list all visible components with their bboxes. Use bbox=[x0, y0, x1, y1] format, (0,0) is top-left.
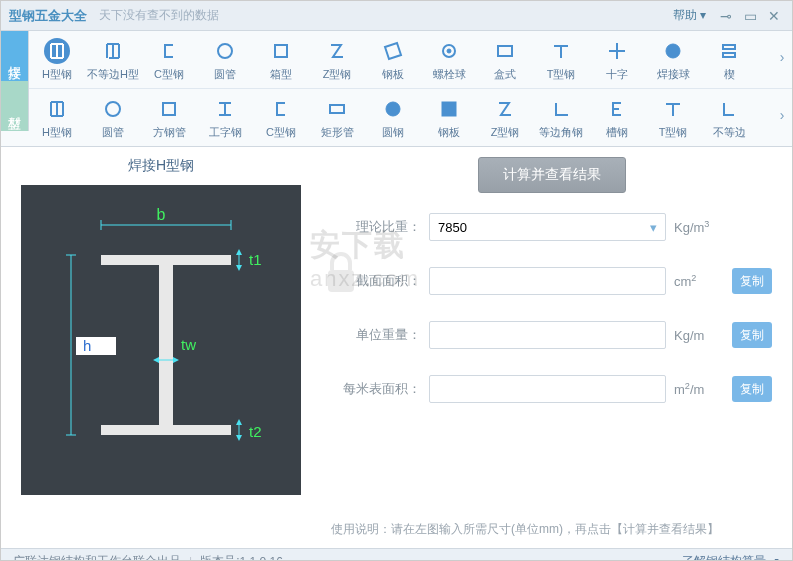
tool-hj-tshape[interactable]: T型钢 bbox=[533, 35, 589, 84]
svg-rect-5 bbox=[498, 46, 512, 56]
surf-label: 每米表面积： bbox=[331, 380, 421, 398]
svg-rect-11 bbox=[442, 102, 456, 116]
dim-t1: t1 bbox=[249, 251, 262, 268]
copy-area-button[interactable]: 复制 bbox=[732, 268, 772, 294]
tool-hj-zshape[interactable]: Z型钢 bbox=[309, 35, 365, 84]
hbeam2-icon bbox=[99, 37, 127, 65]
svg-rect-14 bbox=[159, 265, 173, 425]
diagram-pane: 焊接H型钢 b h t bbox=[21, 157, 301, 538]
calculate-button[interactable]: 计算并查看结果 bbox=[478, 157, 626, 193]
copy-surf-button[interactable]: 复制 bbox=[732, 376, 772, 402]
tool-xc-ibeam[interactable]: 工字钢 bbox=[197, 93, 253, 142]
plate-icon bbox=[379, 37, 407, 65]
tool-xc-cshape[interactable]: C型钢 bbox=[253, 93, 309, 142]
tool-xc-rect[interactable]: 矩形管 bbox=[309, 93, 365, 142]
svg-rect-2 bbox=[275, 45, 287, 57]
footer-credit: 广联达钢结构和工作台联合出品 bbox=[13, 553, 181, 561]
tool-xc-zshape[interactable]: Z型钢 bbox=[477, 93, 533, 142]
area-unit: cm2 bbox=[674, 273, 724, 289]
tool-xc-box[interactable]: 方钢管 bbox=[141, 93, 197, 142]
dim-h: h bbox=[83, 337, 91, 354]
app-subtitle: 天下没有查不到的数据 bbox=[99, 7, 219, 24]
disc-icon bbox=[379, 95, 407, 123]
tool-hj-plate[interactable]: 钢板 bbox=[365, 35, 421, 84]
side-tab-hanjie[interactable]: 焊接 bbox=[1, 31, 29, 81]
tshape-icon bbox=[659, 95, 687, 123]
svg-rect-8 bbox=[163, 103, 175, 115]
tool-xc-angle2[interactable]: 不等边 bbox=[701, 93, 757, 142]
svg-marker-23 bbox=[236, 249, 242, 255]
minimize-button[interactable]: ▭ bbox=[740, 6, 760, 26]
tool-xc-channel[interactable]: 槽钢 bbox=[589, 93, 645, 142]
tool-hj-cshape[interactable]: C型钢 bbox=[141, 35, 197, 84]
area-input[interactable] bbox=[429, 267, 666, 295]
circle-icon bbox=[211, 37, 239, 65]
cshape-icon bbox=[267, 95, 295, 123]
surf-input[interactable] bbox=[429, 375, 666, 403]
tool-xc-tshape[interactable]: T型钢 bbox=[645, 93, 701, 142]
tool-hj-box[interactable]: 箱型 bbox=[253, 35, 309, 84]
side-tab-xingcai[interactable]: 型材 bbox=[1, 81, 29, 131]
tool-xc-disc[interactable]: 圆钢 bbox=[365, 93, 421, 142]
uweight-label: 单位重量： bbox=[331, 326, 421, 344]
copy-uweight-button[interactable]: 复制 bbox=[732, 322, 772, 348]
svg-point-1 bbox=[218, 44, 232, 58]
h-beam-diagram: b h t1 t2 tw bbox=[21, 185, 301, 495]
svg-marker-30 bbox=[173, 357, 179, 363]
tool-hj-box2[interactable]: 盒式 bbox=[477, 35, 533, 84]
uweight-unit: Kg/m bbox=[674, 328, 724, 343]
angle2-icon bbox=[715, 95, 743, 123]
density-label: 理论比重： bbox=[331, 218, 421, 236]
zshape-icon bbox=[323, 37, 351, 65]
density-unit: Kg/m3 bbox=[674, 219, 724, 235]
help-button[interactable]: 帮助 ▾ bbox=[667, 5, 712, 26]
dim-tw: tw bbox=[181, 336, 196, 353]
wedge-icon bbox=[715, 37, 743, 65]
toolbar-row-2: H型钢圆管方钢管工字钢C型钢矩形管圆钢钢板Z型钢等边角钢槽钢T型钢不等边› bbox=[29, 89, 792, 146]
density-select[interactable]: 7850 ▾ bbox=[429, 213, 666, 241]
svg-rect-12 bbox=[101, 255, 231, 265]
svg-point-7 bbox=[106, 102, 120, 116]
toolbar-row-1: H型钢不等边H型C型钢圆管箱型Z型钢钢板螺栓球盒式T型钢十字焊接球楔› bbox=[29, 31, 792, 89]
area-label: 截面面积： bbox=[331, 272, 421, 290]
external-icon: ↗ bbox=[770, 555, 780, 562]
dim-t2: t2 bbox=[249, 423, 262, 440]
box2-icon bbox=[491, 37, 519, 65]
svg-point-10 bbox=[386, 102, 400, 116]
svg-marker-26 bbox=[236, 419, 242, 425]
rect-icon bbox=[323, 95, 351, 123]
svg-point-6 bbox=[666, 44, 680, 58]
box-icon bbox=[267, 37, 295, 65]
uweight-input[interactable] bbox=[429, 321, 666, 349]
footer-link[interactable]: 了解钢结构算量 ↗ bbox=[682, 553, 780, 561]
footer: 广联达钢结构和工作台联合出品 | 版本号: 1.1.0.16 了解钢结构算量 ↗ bbox=[1, 548, 792, 561]
svg-marker-24 bbox=[236, 265, 242, 271]
close-button[interactable]: ✕ bbox=[764, 6, 784, 26]
tool-hj-hbeam2[interactable]: 不等边H型 bbox=[85, 35, 141, 84]
tool-xc-angle[interactable]: 等边角钢 bbox=[533, 93, 589, 142]
circle-icon bbox=[99, 95, 127, 123]
tool-hj-hbeam[interactable]: H型钢 bbox=[29, 35, 85, 84]
tool-hj-sphere[interactable]: 焊接球 bbox=[645, 35, 701, 84]
form-pane: 计算并查看结果 理论比重： 7850 ▾ Kg/m3 截面面积： cm2 复制 … bbox=[331, 157, 772, 538]
tool-hj-bolt[interactable]: 螺栓球 bbox=[421, 35, 477, 84]
hbeam-icon bbox=[43, 37, 71, 65]
chevron-right-icon[interactable]: › bbox=[774, 107, 790, 123]
svg-marker-27 bbox=[236, 435, 242, 441]
tool-xc-plate2[interactable]: 钢板 bbox=[421, 93, 477, 142]
tool-hj-circle[interactable]: 圆管 bbox=[197, 35, 253, 84]
sphere-icon bbox=[659, 37, 687, 65]
angle-icon bbox=[547, 95, 575, 123]
tool-xc-circle[interactable]: 圆管 bbox=[85, 93, 141, 142]
hbeam-icon bbox=[43, 95, 71, 123]
chevron-right-icon[interactable]: › bbox=[774, 49, 790, 65]
tool-hj-cross[interactable]: 十字 bbox=[589, 35, 645, 84]
bolt-icon bbox=[435, 37, 463, 65]
channel-icon bbox=[603, 95, 631, 123]
tool-hj-wedge[interactable]: 楔 bbox=[701, 35, 757, 84]
tool-xc-hbeam[interactable]: H型钢 bbox=[29, 93, 85, 142]
pin-button[interactable]: ⊸ bbox=[716, 6, 736, 26]
svg-rect-21 bbox=[76, 337, 116, 355]
toolbar-area: 焊接 型材 H型钢不等边H型C型钢圆管箱型Z型钢钢板螺栓球盒式T型钢十字焊接球楔… bbox=[1, 31, 792, 147]
chevron-down-icon: ▾ bbox=[650, 220, 657, 235]
